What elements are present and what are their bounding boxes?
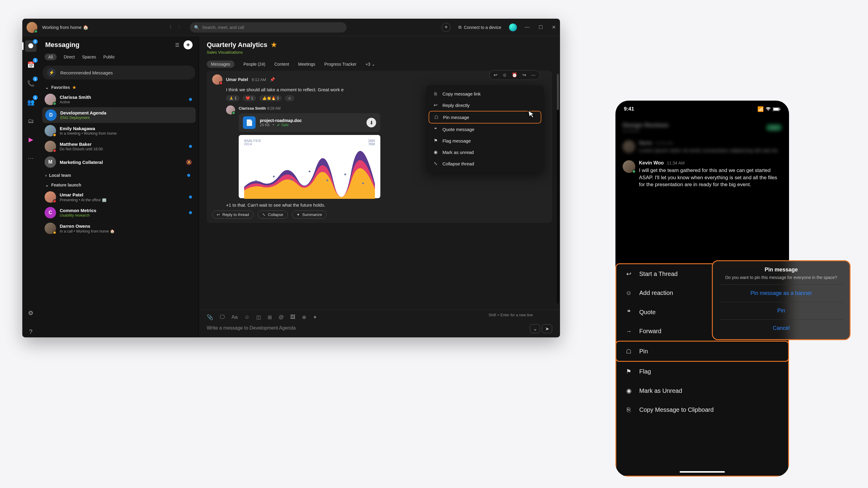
scrollbar[interactable]	[557, 74, 559, 304]
section-feature-launch[interactable]: ⌄Feature launch	[39, 180, 198, 189]
minimize-icon[interactable]: ―	[525, 24, 530, 30]
tab-people[interactable]: People (24)	[244, 62, 265, 67]
add-reaction[interactable]: ☺	[285, 95, 294, 101]
popup-pin-banner[interactable]: Pin message as a banner	[719, 284, 843, 302]
sheet-unread[interactable]: ◉Mark as Unread	[616, 381, 788, 400]
format-icon[interactable]: Aa	[231, 314, 238, 321]
nav-back-icon[interactable]: 〈	[167, 24, 172, 30]
close-icon[interactable]: ✕	[552, 24, 556, 30]
reply-thread-button[interactable]: ↩Reply to thread	[212, 210, 253, 219]
compose-input[interactable]: Write a message to Development Agenda	[207, 322, 552, 334]
send-button[interactable]: ➤	[542, 324, 552, 333]
chart-preview[interactable]: ANALYSIS2014 24937658	[239, 135, 380, 198]
recommended-row[interactable]: ⚡ Recommended Messages	[43, 66, 195, 79]
file-attachment[interactable]: 📄 project-roadmap.doc 24 KB • ✔Safe ⬇	[239, 113, 380, 132]
mobile-avatar[interactable]	[623, 160, 635, 173]
attach-icon[interactable]: 📎	[207, 314, 213, 321]
image-icon[interactable]: 🖼	[290, 314, 296, 321]
tab-meetings[interactable]: Meetings	[298, 62, 315, 67]
new-chat-button[interactable]: +	[184, 40, 193, 50]
tab-progress[interactable]: Progress Tracker	[324, 62, 356, 67]
mention-icon[interactable]: @	[278, 314, 284, 321]
reaction[interactable]: 👍👏🔥 3	[259, 95, 282, 101]
gif-icon[interactable]: ◫	[256, 314, 261, 321]
expand-button[interactable]: ⌄	[530, 324, 540, 333]
ctx-pin[interactable]: ☖Pin message	[429, 111, 541, 124]
maximize-icon[interactable]: ☐	[538, 24, 543, 30]
rail-calls[interactable]: 📞1	[25, 78, 36, 89]
new-button[interactable]: +	[441, 23, 451, 32]
app-icon[interactable]: ⊕	[302, 314, 306, 321]
thread-icon[interactable]: ⊞	[268, 314, 272, 321]
reaction[interactable]: ❤️ 1	[243, 95, 256, 101]
filter-spaces[interactable]: Spaces	[82, 55, 96, 59]
sheet-copy[interactable]: ⎘Copy Message to Clipboard	[616, 400, 788, 419]
reply-avatar[interactable]	[226, 105, 235, 115]
ctx-flag[interactable]: ⚑Flag message	[429, 135, 541, 147]
list-item[interactable]: M Marketing Collateral 🔕	[39, 154, 198, 170]
screen-icon[interactable]: 🖵	[220, 314, 225, 321]
sheet-pin[interactable]: ☖Pin	[615, 341, 789, 362]
sender-avatar[interactable]	[212, 74, 222, 85]
rail-calendar[interactable]: 📅1	[25, 59, 36, 70]
tab-messages[interactable]: Messages	[207, 61, 235, 68]
sparkle-icon: ✦	[297, 213, 300, 217]
list-item[interactable]: Umar PatelPresenting • At the office 🏢	[39, 189, 198, 205]
rail-messaging[interactable]: 5	[25, 40, 36, 52]
tab-content[interactable]: Content	[274, 62, 289, 67]
collapse-button[interactable]: ⤡Collapse	[258, 210, 288, 219]
nav-forward-icon[interactable]: 〉	[178, 24, 183, 30]
globe-icon[interactable]	[509, 24, 517, 31]
rail-files[interactable]: 🗂	[25, 115, 36, 127]
rail-teams[interactable]: 👥1	[25, 96, 36, 108]
filter-icon[interactable]: ☰	[175, 42, 179, 48]
rail-help-icon[interactable]: ?	[25, 326, 36, 337]
home-indicator[interactable]	[680, 471, 725, 473]
connect-device-button[interactable]: ⧉ Connect to a device	[458, 25, 501, 30]
mobile-sender: Kevin Woo	[639, 160, 664, 165]
cursor-icon	[528, 109, 536, 119]
sheet-flag[interactable]: ⚑Flag	[616, 362, 788, 381]
filter-all[interactable]: All	[44, 54, 57, 60]
pin-icon: ☖	[625, 348, 632, 355]
summarize-button[interactable]: ✦Summarize	[292, 210, 327, 219]
sparkle-icon[interactable]: ✦	[313, 314, 317, 321]
ctx-collapse[interactable]: ⤡Collapse thread	[429, 158, 541, 169]
list-item[interactable]: C Common MetricsUsability research	[39, 205, 198, 221]
section-favorites[interactable]: ⌄Favorites ★	[39, 82, 198, 92]
download-button[interactable]: ⬇	[367, 118, 376, 127]
ctx-unread[interactable]: ◉Mark as unread	[429, 147, 541, 158]
remind-icon[interactable]: ⏰	[512, 72, 518, 78]
forward-icon[interactable]: ↪	[522, 72, 526, 78]
more-icon[interactable]: ⋯	[531, 72, 535, 78]
ctx-copy-link[interactable]: ⎘Copy message link	[429, 88, 541, 99]
star-icon[interactable]: ★	[271, 41, 277, 49]
popup-pin[interactable]: Pin	[719, 302, 843, 319]
popup-cancel[interactable]: Cancel	[719, 319, 843, 337]
filter-direct[interactable]: Direct	[64, 55, 75, 59]
mobile-message[interactable]: Kevin Woo11:34 AM I will get the team ga…	[623, 157, 782, 191]
message-hover-toolbar: ↩ ☺ ⏰ ↪ ⋯	[489, 70, 540, 80]
list-item[interactable]: Darren OwensIn a call • Working from hom…	[39, 221, 198, 236]
rail-more[interactable]: ⋯	[25, 153, 36, 164]
section-local-team[interactable]: ›Local team	[39, 170, 198, 180]
emoji-icon[interactable]: ☺	[502, 72, 507, 78]
star-icon: ★	[72, 85, 76, 90]
tab-more[interactable]: +3 ⌄	[366, 62, 375, 67]
filter-public[interactable]: Public	[103, 55, 115, 59]
emoji-icon[interactable]: ☺	[244, 314, 250, 321]
list-item-selected[interactable]: D Development AgendaENG Deployment	[42, 107, 195, 123]
reaction[interactable]: 🙏 1	[226, 95, 240, 101]
list-item[interactable]: Emily NakagawaIn a meeting • Working fro…	[39, 123, 198, 138]
ctx-reply[interactable]: ↩Reply directly	[429, 99, 541, 111]
forward-icon: →	[625, 328, 632, 335]
user-avatar[interactable]	[27, 22, 37, 33]
notch	[675, 101, 730, 110]
rail-settings-icon[interactable]: ⚙	[25, 307, 36, 319]
search-input[interactable]: 🔍 Search, meet, and call	[190, 22, 347, 33]
list-item[interactable]: Matthew BakerDo Not Disturb until 16:00	[39, 138, 198, 154]
rail-apps[interactable]: ▶	[25, 134, 36, 145]
reply-icon[interactable]: ↩	[494, 72, 498, 78]
list-item[interactable]: Clarissa SmithActive	[39, 92, 198, 107]
ctx-quote[interactable]: ❝Quote message	[429, 124, 541, 135]
